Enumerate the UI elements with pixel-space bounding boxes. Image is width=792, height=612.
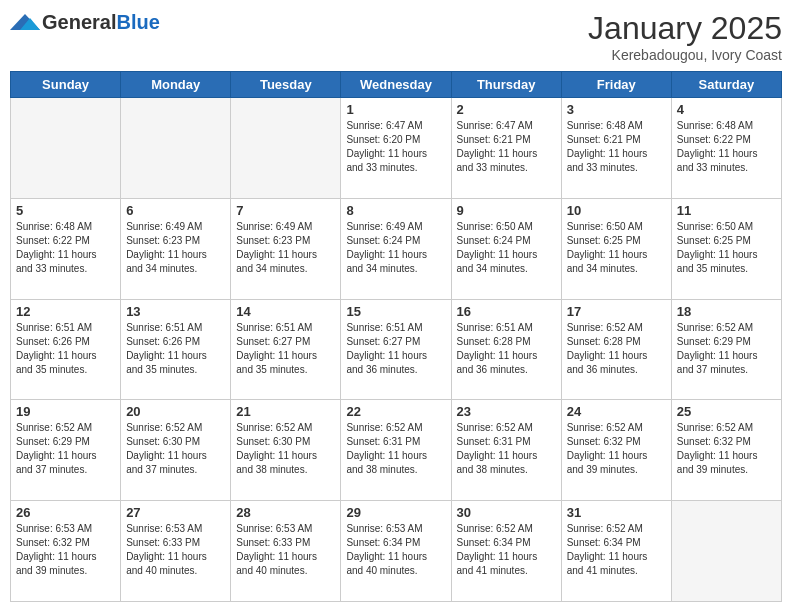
calendar-row: 1Sunrise: 6:47 AMSunset: 6:20 PMDaylight… (11, 98, 782, 199)
day-number: 31 (567, 505, 666, 520)
calendar-table: Sunday Monday Tuesday Wednesday Thursday… (10, 71, 782, 602)
calendar-cell: 7Sunrise: 6:49 AMSunset: 6:23 PMDaylight… (231, 198, 341, 299)
calendar-cell: 19Sunrise: 6:52 AMSunset: 6:29 PMDayligh… (11, 400, 121, 501)
calendar-cell: 3Sunrise: 6:48 AMSunset: 6:21 PMDaylight… (561, 98, 671, 199)
header-thursday: Thursday (451, 72, 561, 98)
day-number: 16 (457, 304, 556, 319)
location: Kerebadougou, Ivory Coast (588, 47, 782, 63)
calendar-cell: 12Sunrise: 6:51 AMSunset: 6:26 PMDayligh… (11, 299, 121, 400)
day-number: 14 (236, 304, 335, 319)
day-info: Sunrise: 6:52 AMSunset: 6:31 PMDaylight:… (346, 421, 445, 477)
day-info: Sunrise: 6:53 AMSunset: 6:34 PMDaylight:… (346, 522, 445, 578)
calendar-cell: 29Sunrise: 6:53 AMSunset: 6:34 PMDayligh… (341, 501, 451, 602)
day-info: Sunrise: 6:50 AMSunset: 6:25 PMDaylight:… (677, 220, 776, 276)
calendar-cell: 20Sunrise: 6:52 AMSunset: 6:30 PMDayligh… (121, 400, 231, 501)
day-header-row: Sunday Monday Tuesday Wednesday Thursday… (11, 72, 782, 98)
day-info: Sunrise: 6:52 AMSunset: 6:29 PMDaylight:… (16, 421, 115, 477)
calendar-cell: 16Sunrise: 6:51 AMSunset: 6:28 PMDayligh… (451, 299, 561, 400)
calendar-cell: 4Sunrise: 6:48 AMSunset: 6:22 PMDaylight… (671, 98, 781, 199)
calendar-cell: 9Sunrise: 6:50 AMSunset: 6:24 PMDaylight… (451, 198, 561, 299)
header-wednesday: Wednesday (341, 72, 451, 98)
day-number: 6 (126, 203, 225, 218)
day-info: Sunrise: 6:52 AMSunset: 6:32 PMDaylight:… (677, 421, 776, 477)
day-info: Sunrise: 6:48 AMSunset: 6:22 PMDaylight:… (677, 119, 776, 175)
day-number: 3 (567, 102, 666, 117)
day-number: 23 (457, 404, 556, 419)
calendar-cell: 11Sunrise: 6:50 AMSunset: 6:25 PMDayligh… (671, 198, 781, 299)
day-number: 25 (677, 404, 776, 419)
calendar-cell: 6Sunrise: 6:49 AMSunset: 6:23 PMDaylight… (121, 198, 231, 299)
calendar-cell: 15Sunrise: 6:51 AMSunset: 6:27 PMDayligh… (341, 299, 451, 400)
calendar-cell (231, 98, 341, 199)
calendar-cell: 21Sunrise: 6:52 AMSunset: 6:30 PMDayligh… (231, 400, 341, 501)
day-info: Sunrise: 6:51 AMSunset: 6:28 PMDaylight:… (457, 321, 556, 377)
calendar-cell: 31Sunrise: 6:52 AMSunset: 6:34 PMDayligh… (561, 501, 671, 602)
month-title: January 2025 (588, 10, 782, 47)
logo-general-text: General (42, 11, 116, 33)
header-monday: Monday (121, 72, 231, 98)
calendar-cell: 8Sunrise: 6:49 AMSunset: 6:24 PMDaylight… (341, 198, 451, 299)
day-number: 18 (677, 304, 776, 319)
day-number: 12 (16, 304, 115, 319)
logo: GeneralBlue (10, 10, 160, 34)
calendar-cell: 26Sunrise: 6:53 AMSunset: 6:32 PMDayligh… (11, 501, 121, 602)
calendar-cell: 17Sunrise: 6:52 AMSunset: 6:28 PMDayligh… (561, 299, 671, 400)
calendar-row: 26Sunrise: 6:53 AMSunset: 6:32 PMDayligh… (11, 501, 782, 602)
day-number: 22 (346, 404, 445, 419)
calendar-cell (11, 98, 121, 199)
header-saturday: Saturday (671, 72, 781, 98)
logo-blue-text: Blue (116, 11, 159, 33)
calendar-cell: 22Sunrise: 6:52 AMSunset: 6:31 PMDayligh… (341, 400, 451, 501)
day-number: 13 (126, 304, 225, 319)
day-number: 27 (126, 505, 225, 520)
day-info: Sunrise: 6:52 AMSunset: 6:31 PMDaylight:… (457, 421, 556, 477)
day-info: Sunrise: 6:47 AMSunset: 6:20 PMDaylight:… (346, 119, 445, 175)
title-area: January 2025 Kerebadougou, Ivory Coast (588, 10, 782, 63)
day-info: Sunrise: 6:52 AMSunset: 6:30 PMDaylight:… (126, 421, 225, 477)
calendar-cell: 28Sunrise: 6:53 AMSunset: 6:33 PMDayligh… (231, 501, 341, 602)
day-info: Sunrise: 6:47 AMSunset: 6:21 PMDaylight:… (457, 119, 556, 175)
day-info: Sunrise: 6:51 AMSunset: 6:26 PMDaylight:… (126, 321, 225, 377)
page: GeneralBlue January 2025 Kerebadougou, I… (0, 0, 792, 612)
day-number: 7 (236, 203, 335, 218)
day-info: Sunrise: 6:52 AMSunset: 6:34 PMDaylight:… (457, 522, 556, 578)
calendar-cell: 24Sunrise: 6:52 AMSunset: 6:32 PMDayligh… (561, 400, 671, 501)
day-info: Sunrise: 6:52 AMSunset: 6:28 PMDaylight:… (567, 321, 666, 377)
day-number: 24 (567, 404, 666, 419)
calendar-cell: 1Sunrise: 6:47 AMSunset: 6:20 PMDaylight… (341, 98, 451, 199)
calendar-cell: 25Sunrise: 6:52 AMSunset: 6:32 PMDayligh… (671, 400, 781, 501)
day-number: 21 (236, 404, 335, 419)
calendar-row: 19Sunrise: 6:52 AMSunset: 6:29 PMDayligh… (11, 400, 782, 501)
day-number: 15 (346, 304, 445, 319)
day-info: Sunrise: 6:49 AMSunset: 6:24 PMDaylight:… (346, 220, 445, 276)
day-info: Sunrise: 6:53 AMSunset: 6:33 PMDaylight:… (236, 522, 335, 578)
header: GeneralBlue January 2025 Kerebadougou, I… (10, 10, 782, 63)
calendar-cell: 2Sunrise: 6:47 AMSunset: 6:21 PMDaylight… (451, 98, 561, 199)
day-info: Sunrise: 6:52 AMSunset: 6:34 PMDaylight:… (567, 522, 666, 578)
day-info: Sunrise: 6:52 AMSunset: 6:29 PMDaylight:… (677, 321, 776, 377)
logo-icon (10, 10, 40, 34)
day-info: Sunrise: 6:49 AMSunset: 6:23 PMDaylight:… (236, 220, 335, 276)
calendar-body: 1Sunrise: 6:47 AMSunset: 6:20 PMDaylight… (11, 98, 782, 602)
day-info: Sunrise: 6:51 AMSunset: 6:26 PMDaylight:… (16, 321, 115, 377)
day-info: Sunrise: 6:50 AMSunset: 6:24 PMDaylight:… (457, 220, 556, 276)
calendar-cell: 10Sunrise: 6:50 AMSunset: 6:25 PMDayligh… (561, 198, 671, 299)
day-number: 28 (236, 505, 335, 520)
day-number: 20 (126, 404, 225, 419)
day-number: 4 (677, 102, 776, 117)
day-info: Sunrise: 6:49 AMSunset: 6:23 PMDaylight:… (126, 220, 225, 276)
day-info: Sunrise: 6:51 AMSunset: 6:27 PMDaylight:… (346, 321, 445, 377)
calendar-cell: 27Sunrise: 6:53 AMSunset: 6:33 PMDayligh… (121, 501, 231, 602)
day-info: Sunrise: 6:52 AMSunset: 6:32 PMDaylight:… (567, 421, 666, 477)
header-friday: Friday (561, 72, 671, 98)
day-number: 2 (457, 102, 556, 117)
day-number: 5 (16, 203, 115, 218)
day-info: Sunrise: 6:48 AMSunset: 6:22 PMDaylight:… (16, 220, 115, 276)
day-number: 17 (567, 304, 666, 319)
calendar-cell (671, 501, 781, 602)
day-info: Sunrise: 6:50 AMSunset: 6:25 PMDaylight:… (567, 220, 666, 276)
header-sunday: Sunday (11, 72, 121, 98)
calendar-cell: 5Sunrise: 6:48 AMSunset: 6:22 PMDaylight… (11, 198, 121, 299)
calendar-cell: 14Sunrise: 6:51 AMSunset: 6:27 PMDayligh… (231, 299, 341, 400)
day-info: Sunrise: 6:51 AMSunset: 6:27 PMDaylight:… (236, 321, 335, 377)
